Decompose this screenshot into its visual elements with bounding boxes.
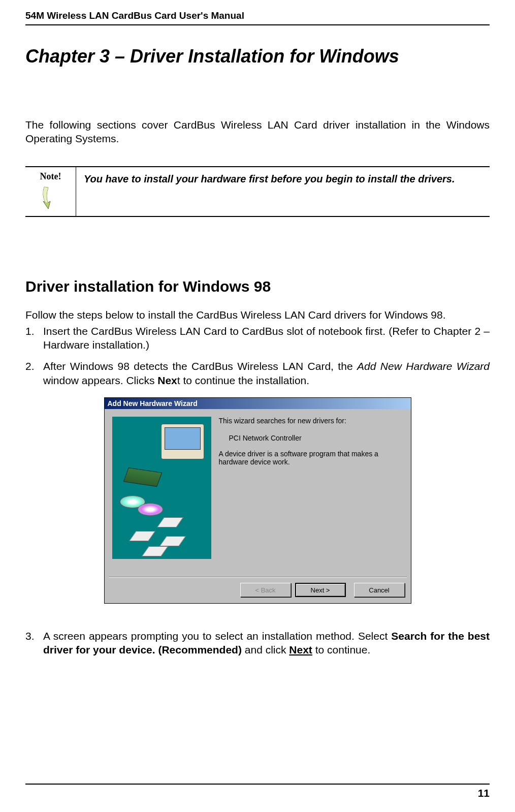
add-new-hardware-wizard-window: Add New Hardware Wizard This wizard sear… bbox=[104, 397, 411, 604]
back-button[interactable]: < Back bbox=[240, 583, 291, 597]
section-intro: Follow the steps below to install the Ca… bbox=[25, 308, 490, 322]
step-number: 1. bbox=[25, 324, 43, 352]
step-text: Insert the CardBus Wireless LAN Card to … bbox=[43, 324, 490, 352]
note-label: Note! bbox=[28, 171, 73, 182]
cd-icon bbox=[138, 503, 163, 516]
step-list: 1. Insert the CardBus Wireless LAN Card … bbox=[25, 324, 490, 387]
wizard-content: This wizard searches for new drivers for… bbox=[219, 417, 403, 572]
step-3: 3. A screen appears prompting you to sel… bbox=[25, 629, 490, 657]
step-list-continued: 3. A screen appears prompting you to sel… bbox=[25, 629, 490, 657]
wizard-titlebar: Add New Hardware Wizard bbox=[105, 398, 411, 409]
step-number: 3. bbox=[25, 629, 43, 657]
monitor-icon bbox=[161, 424, 204, 459]
wizard-line1: This wizard searches for new drivers for… bbox=[219, 417, 403, 425]
step-text: After Windows 98 detects the CardBus Wir… bbox=[43, 359, 490, 387]
cancel-button[interactable]: Cancel bbox=[354, 583, 405, 597]
page-footer: 11 bbox=[25, 784, 490, 799]
note-arrow-icon bbox=[39, 184, 62, 212]
page-number: 11 bbox=[478, 787, 490, 799]
wizard-line2: A device driver is a software program th… bbox=[219, 450, 403, 466]
wizard-button-row: < Back Next > Cancel bbox=[105, 578, 411, 603]
header-title: 54M Wireless LAN CardBus Card User's Man… bbox=[25, 10, 244, 21]
next-button[interactable]: Next > bbox=[295, 583, 346, 597]
wizard-graphic bbox=[112, 417, 211, 559]
step-2: 2. After Windows 98 detects the CardBus … bbox=[25, 359, 490, 387]
step-text: A screen appears prompting you to select… bbox=[43, 629, 490, 657]
step-1: 1. Insert the CardBus Wireless LAN Card … bbox=[25, 324, 490, 352]
note-box: Note! You have to install your hardware … bbox=[25, 166, 490, 217]
page-header: 54M Wireless LAN CardBus Card User's Man… bbox=[25, 10, 490, 25]
note-left-cell: Note! bbox=[25, 167, 76, 216]
floppy-icon bbox=[156, 517, 183, 527]
step-number: 2. bbox=[25, 359, 43, 387]
floppy-icon bbox=[159, 536, 185, 546]
chapter-intro: The following sections cover CardBus Wir… bbox=[25, 118, 490, 146]
floppy-icon bbox=[128, 531, 155, 541]
floppy-icon bbox=[141, 546, 168, 556]
section-title: Driver installation for Windows 98 bbox=[25, 278, 490, 295]
wizard-body: This wizard searches for new drivers for… bbox=[105, 409, 411, 577]
wizard-sidebar-image bbox=[112, 417, 211, 572]
wizard-device-name: PCI Network Controller bbox=[229, 434, 403, 442]
wizard-screenshot: Add New Hardware Wizard This wizard sear… bbox=[25, 397, 490, 604]
chapter-title: Chapter 3 – Driver Installation for Wind… bbox=[25, 46, 490, 67]
pci-card-icon bbox=[123, 467, 162, 487]
note-text: You have to install your hardware first … bbox=[76, 167, 490, 216]
